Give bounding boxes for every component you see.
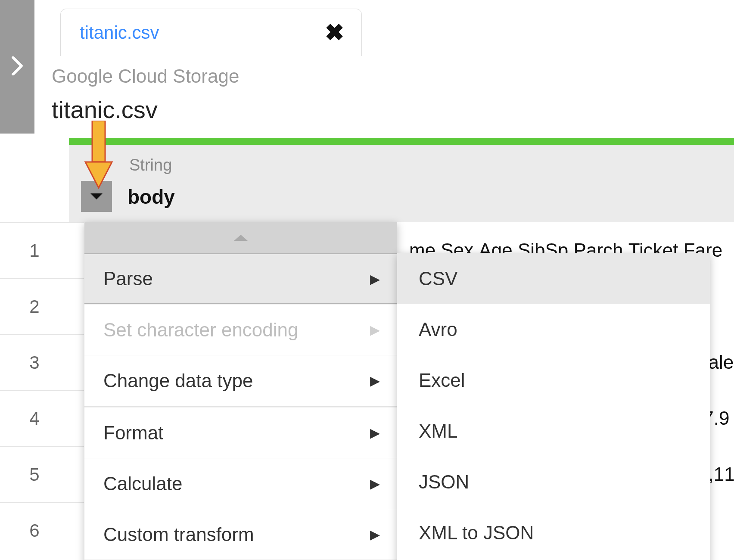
data-quality-bar xyxy=(69,138,734,145)
chevron-right-icon: ▶ xyxy=(370,271,380,286)
column-name: body xyxy=(128,185,175,208)
menu-item-set-character-encoding: Set character encoding ▶ xyxy=(84,304,397,355)
submenu-item-label: JSON xyxy=(419,471,469,493)
submenu-item-label: Excel xyxy=(419,370,465,391)
column-type-label: String xyxy=(129,156,172,174)
file-tab-label: titanic.csv xyxy=(80,22,159,43)
menu-item-label: Parse xyxy=(103,268,153,289)
row-number: 6 xyxy=(0,502,69,558)
row-number: 1 xyxy=(0,222,69,278)
menu-item-label: Format xyxy=(103,422,163,444)
menu-item-custom-transform[interactable]: Custom transform ▶ xyxy=(84,509,397,560)
close-icon[interactable]: ✖ xyxy=(325,19,344,46)
caret-up-icon xyxy=(234,235,248,241)
data-column-sliver xyxy=(69,222,84,558)
menu-item-parse[interactable]: Parse ▶ xyxy=(84,253,397,304)
menu-item-change-data-type[interactable]: Change data type ▶ xyxy=(84,355,397,406)
svg-marker-1 xyxy=(85,162,112,188)
row-number: 3 xyxy=(0,334,69,390)
row-number: 2 xyxy=(0,278,69,334)
submenu-item-xml[interactable]: XML xyxy=(397,406,710,457)
submenu-item-json[interactable]: JSON xyxy=(397,457,710,507)
menu-item-label: Calculate xyxy=(103,473,182,495)
caret-down-icon xyxy=(90,193,103,199)
submenu-item-label: CSV xyxy=(419,268,457,289)
chevron-right-icon: ▶ xyxy=(370,527,380,542)
file-tab[interactable]: titanic.csv ✖ xyxy=(60,9,362,56)
menu-item-label: Change data type xyxy=(103,370,253,392)
submenu-item-avro[interactable]: Avro xyxy=(397,304,710,355)
menu-collapse-handle[interactable] xyxy=(84,222,397,253)
row-number: 5 xyxy=(0,446,69,502)
annotation-arrow-icon xyxy=(84,121,114,190)
source-label: Google Cloud Storage xyxy=(52,65,239,87)
submenu-item-log[interactable]: Log xyxy=(397,558,710,560)
chevron-right-icon: ▶ xyxy=(370,373,380,388)
file-title: titanic.csv xyxy=(52,96,158,124)
submenu-item-label: XML to JSON xyxy=(419,522,534,544)
menu-item-label: Custom transform xyxy=(103,524,254,545)
submenu-item-label: Avro xyxy=(419,319,457,340)
chevron-right-icon: ▶ xyxy=(370,322,380,337)
parse-submenu: CSV Avro Excel XML JSON XML to JSON Log xyxy=(397,253,710,560)
chevron-right-icon: ▶ xyxy=(370,476,380,491)
chevron-right-icon xyxy=(11,56,24,77)
chevron-right-icon: ▶ xyxy=(370,425,380,440)
row-numbers: 1 2 3 4 5 6 xyxy=(0,222,69,558)
submenu-item-label: XML xyxy=(419,420,457,442)
sidebar-expand-handle[interactable] xyxy=(0,0,34,134)
submenu-item-excel[interactable]: Excel xyxy=(397,355,710,406)
submenu-item-xml-to-json[interactable]: XML to JSON xyxy=(397,507,710,558)
submenu-item-csv[interactable]: CSV xyxy=(397,253,710,304)
svg-rect-0 xyxy=(92,121,105,162)
menu-item-format[interactable]: Format ▶ xyxy=(84,407,397,458)
row-number: 4 xyxy=(0,390,69,446)
column-context-menu: Parse ▶ Set character encoding ▶ Change … xyxy=(84,222,397,560)
menu-item-calculate[interactable]: Calculate ▶ xyxy=(84,458,397,509)
menu-item-label: Set character encoding xyxy=(103,319,299,341)
